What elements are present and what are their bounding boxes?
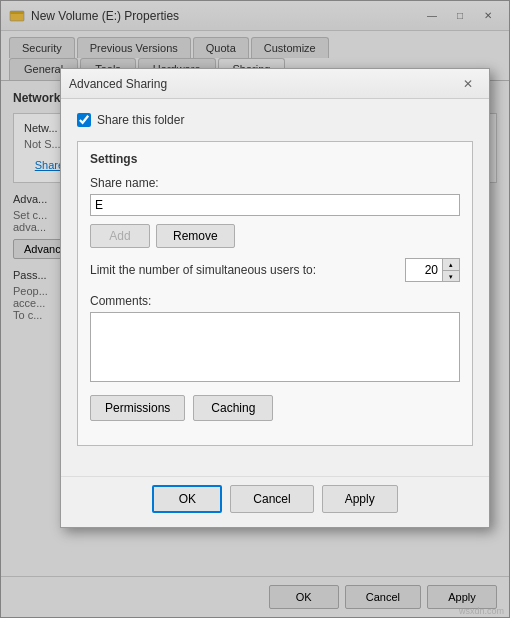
dialog-title: Advanced Sharing — [69, 77, 167, 91]
comments-textarea[interactable] — [90, 312, 460, 382]
add-remove-row: Add Remove — [90, 224, 460, 248]
limit-row: Limit the number of simultaneous users t… — [90, 258, 460, 282]
spinner-buttons: ▴ ▾ — [442, 259, 459, 281]
dialog-close-button[interactable]: ✕ — [455, 73, 481, 95]
dialog-ok-button[interactable]: OK — [152, 485, 222, 513]
dialog-cancel-button[interactable]: Cancel — [230, 485, 313, 513]
comments-label: Comments: — [90, 294, 460, 308]
share-name-input[interactable] — [90, 194, 460, 216]
settings-group-label: Settings — [90, 152, 460, 166]
share-name-label: Share name: — [90, 176, 460, 190]
dialog-content: Share this folder Settings Share name: A… — [61, 99, 489, 472]
caching-button[interactable]: Caching — [193, 395, 273, 421]
limit-label: Limit the number of simultaneous users t… — [90, 263, 397, 277]
share-folder-checkbox[interactable] — [77, 113, 91, 127]
users-spinner: ▴ ▾ — [405, 258, 460, 282]
advanced-sharing-dialog: Advanced Sharing ✕ Share this folder Set… — [60, 68, 490, 528]
users-input[interactable] — [406, 259, 442, 281]
dialog-titlebar: Advanced Sharing ✕ — [61, 69, 489, 99]
share-folder-label: Share this folder — [97, 113, 184, 127]
spinner-down-button[interactable]: ▾ — [443, 270, 459, 281]
dialog-bottom-buttons: OK Cancel Apply — [61, 476, 489, 527]
settings-group: Settings Share name: Add Remove Limit th… — [77, 141, 473, 446]
dialog-apply-button[interactable]: Apply — [322, 485, 398, 513]
add-button[interactable]: Add — [90, 224, 150, 248]
watermark: wsxdn.com — [459, 606, 504, 616]
remove-button[interactable]: Remove — [156, 224, 235, 248]
share-folder-row: Share this folder — [77, 113, 473, 127]
permissions-caching-row: Permissions Caching — [90, 395, 460, 421]
permissions-button[interactable]: Permissions — [90, 395, 185, 421]
spinner-up-button[interactable]: ▴ — [443, 259, 459, 270]
